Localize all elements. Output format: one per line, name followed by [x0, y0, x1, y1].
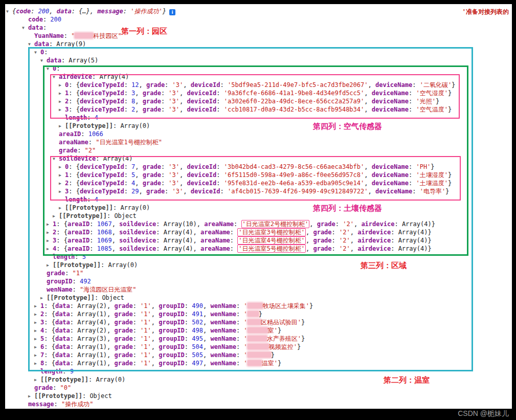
expand-arrow-icon[interactable]: ▶ [47, 220, 53, 229]
tree-row[interactable]: ▶1: {deviceTypeId: 5, grade: '3', device… [5, 171, 512, 179]
tree-row[interactable]: ▶7: {data: Array(1), grade: '1', groupID… [5, 351, 512, 359]
string-value: '光照' [416, 98, 435, 105]
expand-arrow-icon[interactable]: ▶ [34, 335, 40, 343]
tree-row[interactable]: ▼soildevice: Array(4) [5, 154, 512, 163]
token: : [133, 319, 140, 326]
tree-row[interactable]: ▶6: {data: Array(1), grade: '1', groupID… [5, 343, 512, 351]
tree-row[interactable]: ▼airdevice: Array(4) [5, 73, 512, 81]
tree-row[interactable]: ▶4: {data: Array(2), grade: '1', groupID… [5, 326, 512, 335]
token: : [133, 311, 140, 318]
expand-arrow-icon[interactable]: ▶ [47, 261, 53, 270]
token: } [297, 343, 301, 350]
expand-arrow-icon[interactable]: ▶ [34, 302, 40, 311]
tree-row[interactable]: ▶8: {data: Array(1), grade: '1', groupID… [5, 359, 512, 367]
tree-row[interactable]: ▶3: {deviceTypeId: 2, grade: '3', device… [5, 105, 512, 114]
collapse-arrow-icon[interactable]: ▼ [53, 73, 59, 81]
expand-arrow-icon[interactable]: ▶ [59, 180, 65, 188]
expand-arrow-icon[interactable]: ▶ [47, 229, 53, 237]
token: : { [69, 163, 80, 170]
expand-arrow-icon[interactable]: ▶ [59, 98, 65, 106]
property-key: grade [59, 147, 77, 154]
collapse-arrow-icon[interactable]: ▼ [22, 24, 28, 32]
tree-row[interactable]: ▼data: Array(5) [5, 56, 512, 64]
collapse-arrow-icon[interactable]: ▼ [34, 49, 40, 57]
tree-row[interactable]: ▶4: {areaID: 1085, soildevice: Array(4),… [5, 245, 512, 253]
token: : [133, 351, 140, 359]
property-key: message [97, 8, 123, 15]
expand-arrow-icon[interactable]: ▶ [34, 311, 40, 319]
expand-arrow-icon[interactable]: ▶ [59, 81, 65, 90]
expand-arrow-icon[interactable]: ▶ [47, 237, 53, 245]
tree-row[interactable]: ▶1: {data: Array(2), grade: '1', groupID… [5, 302, 512, 310]
expand-arrow-icon[interactable]: ▶ [47, 245, 53, 253]
expand-arrow-icon[interactable]: ▶ [59, 188, 65, 196]
token: , [151, 311, 159, 318]
token: : [409, 106, 416, 113]
string-value: 科技园区" [93, 32, 121, 39]
expand-arrow-icon[interactable]: ▶ [28, 392, 34, 401]
tree-row[interactable]: ▶2: {deviceTypeId: 8, grade: '3', device… [5, 97, 512, 105]
expand-arrow-icon[interactable]: ▶ [59, 106, 65, 114]
prototype-key: [[Prototype]] [53, 261, 101, 269]
tree-row[interactable]: ▶2: {deviceTypeId: 4, grade: '3', device… [5, 179, 512, 187]
redaction-blur [248, 344, 269, 349]
expand-arrow-icon[interactable]: ▶ [59, 122, 65, 130]
expand-arrow-icon[interactable]: ▶ [59, 163, 65, 171]
tree-row[interactable]: ▶[[Prototype]]: Array(0) [5, 122, 512, 130]
collapse-arrow-icon[interactable]: ▼ [6, 8, 12, 16]
tree-row[interactable]: ▶[[Prototype]]: Array(0) [5, 204, 512, 212]
expand-arrow-icon[interactable]: ▶ [40, 294, 47, 302]
token: : [89, 237, 97, 244]
string-value: ' [243, 343, 247, 350]
tree-row[interactable]: ▶[[Prototype]]: Array(0) [5, 375, 512, 384]
tree-row[interactable]: ▶3: {areaID: 1069, soildevice: Array(4),… [5, 236, 512, 245]
tree-row[interactable]: ▶2: {data: Array(1), grade: '1', groupID… [5, 310, 512, 318]
prototype-key: [[Prototype]] [59, 212, 107, 219]
tree-row: grade: "2" [5, 146, 512, 154]
expand-arrow-icon[interactable]: ▶ [34, 343, 40, 351]
tree-row[interactable]: ▼data: Array(9) [5, 40, 512, 48]
property-key: deviceName [372, 90, 409, 97]
expand-arrow-icon[interactable]: ▶ [34, 360, 40, 368]
tree-row[interactable]: ▶2: {areaID: 1068, soildevice: Array(4),… [5, 228, 512, 236]
tree-row[interactable]: ▶[[Prototype]]: Object [5, 212, 512, 220]
collapse-arrow-icon[interactable]: ▼ [28, 40, 34, 49]
string-value: '6f5115d0-598a-49e9-a86c-f0ee56d957c8' [224, 171, 365, 179]
tree-row[interactable]: ▶0: {deviceTypeId: 7, grade: '3', device… [5, 163, 512, 171]
collapse-arrow-icon[interactable]: ▼ [53, 155, 59, 163]
devtools-console-panel[interactable]: ▼{code: 200, data: {…}, message: '操作成功'}… [5, 4, 512, 409]
number-value: 492 [80, 278, 91, 285]
expand-arrow-icon[interactable]: ▶ [59, 204, 65, 212]
property-key: wenName [210, 311, 236, 318]
expand-arrow-icon[interactable]: ▶ [34, 319, 40, 327]
tree-row[interactable]: ▼0: [5, 48, 512, 56]
tree-row[interactable]: ▶[[Prototype]]: Object [5, 392, 512, 400]
expand-arrow-icon[interactable]: ▶ [53, 212, 59, 220]
tree-row[interactable]: ▼{code: 200, data: {…}, message: '操作成功'}… [5, 7, 512, 15]
token: , [354, 220, 361, 228]
collapse-arrow-icon[interactable]: ▼ [47, 65, 53, 73]
collapse-arrow-icon[interactable]: ▼ [40, 57, 47, 65]
property-key: soildevice [59, 155, 96, 162]
tree-row[interactable]: ▶5: {data: Array(3), grade: '1', groupID… [5, 335, 512, 343]
tree-row[interactable]: ▼0: [5, 64, 512, 73]
token: : { [69, 106, 80, 113]
tree-row[interactable]: ▶0: {deviceTypeId: 12, grade: '3', devic… [5, 81, 512, 89]
info-icon[interactable]: i [169, 9, 175, 15]
tree-row[interactable]: ▶1: {areaID: 1067, soildevice: Array(10)… [5, 220, 512, 228]
tree-row[interactable]: ▶3: {deviceTypeId: 29, grade: '3', devic… [5, 187, 512, 195]
expand-arrow-icon[interactable]: ▶ [34, 376, 40, 384]
tree-row[interactable]: ▶1: {deviceTypeId: 3, grade: '3', device… [5, 89, 512, 97]
expand-arrow-icon[interactable]: ▶ [59, 90, 65, 98]
property-key: grade [317, 220, 335, 228]
tree-row[interactable]: ▶[[Prototype]]: Object [5, 294, 512, 302]
token: } [309, 302, 313, 310]
tree-row[interactable]: ▼data: [5, 24, 512, 32]
expand-arrow-icon[interactable]: ▶ [59, 171, 65, 180]
tree-row[interactable]: ▶[[Prototype]]: Array(0) [5, 261, 512, 269]
tree-row[interactable]: ▶3: {data: Array(4), grade: '1', groupID… [5, 318, 512, 326]
property-key: length [65, 196, 87, 203]
truncated-log-note: '准备对接列表的 [462, 8, 509, 16]
expand-arrow-icon[interactable]: ▶ [34, 351, 40, 360]
expand-arrow-icon[interactable]: ▶ [34, 327, 40, 335]
